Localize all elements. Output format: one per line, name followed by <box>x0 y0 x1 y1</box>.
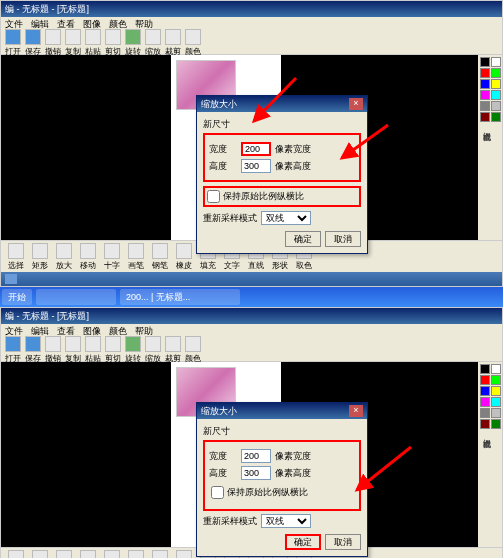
swatch-maroon[interactable] <box>480 112 490 122</box>
tool-brush-2[interactable]: 画笔 <box>125 550 147 559</box>
width-input[interactable] <box>241 142 271 156</box>
dialog-close-button-2[interactable]: × <box>349 405 363 417</box>
toolbar-resize-2[interactable]: 缩放 <box>145 336 161 364</box>
swatch-cyan[interactable] <box>491 397 501 407</box>
app-footer-icon <box>5 274 17 284</box>
toolbar-save[interactable]: 保存 <box>25 29 41 57</box>
toolbar-undo[interactable]: 撤销 <box>45 29 61 57</box>
taskbar-item-2[interactable]: 200... | 无标题... <box>120 289 240 305</box>
toolbar-open-2[interactable]: 打开 <box>5 336 21 364</box>
swatch-magenta[interactable] <box>480 90 490 100</box>
tool-pen-2[interactable]: 钢笔 <box>149 550 171 559</box>
taskbar-start[interactable]: 开始 <box>2 289 32 305</box>
window-titlebar-2: 编 - 无标题 - [无标题] <box>1 308 502 324</box>
swatch-yellow[interactable] <box>491 79 501 89</box>
toolbar-crop[interactable]: 裁剪 <box>165 29 181 57</box>
select-icon <box>8 550 24 559</box>
toolbar-crop-2[interactable]: 裁剪 <box>165 336 181 364</box>
height-unit-2: 像素高度 <box>275 467 311 480</box>
swatch-gray[interactable] <box>480 101 490 111</box>
cancel-button[interactable]: 取消 <box>325 231 361 247</box>
swatch-red[interactable] <box>480 375 490 385</box>
swatch-red[interactable] <box>480 68 490 78</box>
toolbar-cut-2[interactable]: 剪切 <box>105 336 121 364</box>
tool-zoom-2[interactable]: 放大 <box>53 550 75 559</box>
eraser-icon <box>176 550 192 559</box>
toolbar-copy[interactable]: 复制 <box>65 29 81 57</box>
swatch-green[interactable] <box>491 375 501 385</box>
size-group-2: 宽度 像素宽度 高度 像素高度 保持原始比例纵横比 <box>203 440 361 511</box>
tool-select[interactable]: 选择 <box>5 243 27 271</box>
toolbar-open[interactable]: 打开 <box>5 29 21 57</box>
aspect-ratio-checkbox[interactable] <box>207 190 220 203</box>
swatch-black[interactable] <box>480 364 490 374</box>
swatch-cyan[interactable] <box>491 90 501 100</box>
aspect-ratio-row: 保持原始比例纵横比 <box>203 186 361 207</box>
toolbar-color[interactable]: 颜色 <box>185 29 201 57</box>
tool-move[interactable]: 移动 <box>77 243 99 271</box>
tool-crosshair-2[interactable]: 十字 <box>101 550 123 559</box>
swatch-gray[interactable] <box>480 408 490 418</box>
width-unit: 像素宽度 <box>275 143 311 156</box>
swatch-green[interactable] <box>491 68 501 78</box>
toolbar-paste-2[interactable]: 粘贴 <box>85 336 101 364</box>
toolbar-resize[interactable]: 缩放 <box>145 29 161 57</box>
swatch-blue[interactable] <box>480 386 490 396</box>
toolbar-top: 打开 保存 撤销 复制 粘贴 剪切 旋转 缩放 裁剪 颜色 <box>1 31 502 55</box>
aspect-ratio-label-2: 保持原始比例纵横比 <box>227 486 308 499</box>
toolbar-save-2[interactable]: 保存 <box>25 336 41 364</box>
swatch-white[interactable] <box>491 57 501 67</box>
swatch-darkgreen[interactable] <box>491 112 501 122</box>
tool-select-2[interactable]: 选择 <box>5 550 27 559</box>
toolbar-color-2[interactable]: 颜色 <box>185 336 201 364</box>
toolbar-rotate[interactable]: 旋转 <box>125 29 141 57</box>
tool-pen[interactable]: 钢笔 <box>149 243 171 271</box>
rect-icon <box>32 243 48 259</box>
tool-eraser-2[interactable]: 橡皮 <box>173 550 195 559</box>
ok-button[interactable]: 确定 <box>285 231 321 247</box>
zoom-icon <box>56 550 72 559</box>
save-icon <box>25 336 41 352</box>
color-panel: 混合模式 <box>478 55 502 240</box>
swatch-black[interactable] <box>480 57 490 67</box>
copy-icon <box>65 29 81 45</box>
tool-brush[interactable]: 画笔 <box>125 243 147 271</box>
toolbar-copy-2[interactable]: 复制 <box>65 336 81 364</box>
tool-zoom[interactable]: 放大 <box>53 243 75 271</box>
toolbar-undo-2[interactable]: 撤销 <box>45 336 61 364</box>
aspect-ratio-checkbox-2[interactable] <box>211 486 224 499</box>
cut-icon <box>105 336 121 352</box>
toolbar-rotate-2[interactable]: 旋转 <box>125 336 141 364</box>
resample-select[interactable]: 双线 <box>261 211 311 225</box>
swatch-blue[interactable] <box>480 79 490 89</box>
resize-dialog-2: 缩放大小 × 新尺寸 宽度 像素宽度 高度 像素高度 <box>196 402 368 557</box>
dialog-title-2: 缩放大小 <box>201 405 237 418</box>
width-input-2[interactable] <box>241 449 271 463</box>
tool-rect-2[interactable]: 矩形 <box>29 550 51 559</box>
dialog-titlebar-2[interactable]: 缩放大小 × <box>197 403 367 419</box>
swatch-magenta[interactable] <box>480 397 490 407</box>
ok-button-2[interactable]: 确定 <box>285 534 321 550</box>
dialog-close-button[interactable]: × <box>349 98 363 110</box>
toolbar-cut[interactable]: 剪切 <box>105 29 121 57</box>
swatch-silver[interactable] <box>491 101 501 111</box>
tool-move-2[interactable]: 移动 <box>77 550 99 559</box>
resample-select-2[interactable]: 双线 <box>261 514 311 528</box>
paste-icon <box>85 29 101 45</box>
cancel-button-2[interactable]: 取消 <box>325 534 361 550</box>
swatch-darkgreen[interactable] <box>491 419 501 429</box>
taskbar-item-1[interactable] <box>36 289 116 305</box>
resize-dialog: 缩放大小 × 新尺寸 宽度 像素宽度 高度 像素高度 <box>196 95 368 254</box>
height-input[interactable] <box>241 159 271 173</box>
tool-eraser[interactable]: 橡皮 <box>173 243 195 271</box>
tool-crosshair[interactable]: 十字 <box>101 243 123 271</box>
height-input-2[interactable] <box>241 466 271 480</box>
swatch-white[interactable] <box>491 364 501 374</box>
swatch-silver[interactable] <box>491 408 501 418</box>
swatch-yellow[interactable] <box>491 386 501 396</box>
dialog-titlebar[interactable]: 缩放大小 × <box>197 96 367 112</box>
tool-rect[interactable]: 矩形 <box>29 243 51 271</box>
swatch-maroon[interactable] <box>480 419 490 429</box>
toolbar-paste[interactable]: 粘贴 <box>85 29 101 57</box>
move-icon <box>80 550 96 559</box>
